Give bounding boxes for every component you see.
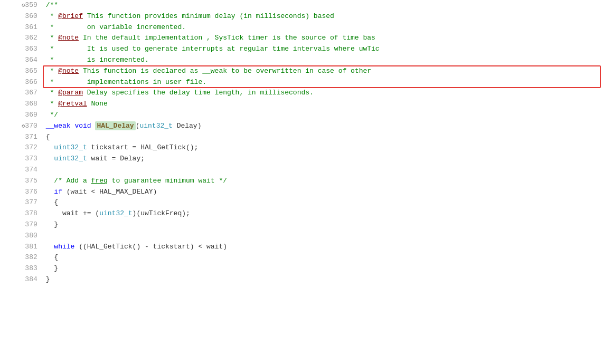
table-row: 381 while ((HAL_GetTick() - tickstart) <…: [0, 242, 603, 253]
line-code: wait += (uint32_t)(uwTickFreq);: [44, 208, 603, 219]
line-code: /* Add a freq to guarantee minimum wait …: [44, 176, 603, 187]
table-row: 380: [0, 231, 603, 242]
line-code: if (wait < HAL_MAX_DELAY): [44, 187, 603, 198]
line-code: * on variable incremented.: [44, 22, 603, 33]
table-row: 384}: [0, 274, 603, 285]
table-row: 367 * @param Delay specifies the delay t…: [0, 88, 603, 99]
line-number: 377: [0, 197, 44, 208]
line-code: uint32_t tickstart = HAL_GetTick();: [44, 142, 603, 154]
line-code: }: [44, 219, 603, 231]
table-row: 369 */: [0, 110, 603, 121]
line-code: * is incremented.: [44, 55, 603, 66]
line-code: while ((HAL_GetTick() - tickstart) < wai…: [44, 242, 603, 253]
line-number: 372: [0, 142, 44, 154]
line-number: 371: [0, 132, 44, 143]
table-row: 373 uint32_t wait = Delay;: [0, 154, 603, 165]
line-code: * @note This function is declared as __w…: [44, 66, 603, 77]
line-number: 362: [0, 33, 44, 44]
line-code: }: [44, 274, 603, 285]
table-row: 372 uint32_t tickstart = HAL_GetTick();: [0, 142, 603, 154]
line-code: * @note In the default implementation , …: [44, 33, 603, 44]
line-number: 373: [0, 154, 44, 165]
line-code: * It is used to generate interrupts at r…: [44, 44, 603, 55]
line-number: 376: [0, 187, 44, 198]
line-code: {: [44, 132, 603, 143]
line-number: 364: [0, 55, 44, 66]
table-row: 362 * @note In the default implementatio…: [0, 33, 603, 44]
table-row: 360 * @brief This function provides mini…: [0, 11, 603, 22]
line-code: {: [44, 197, 603, 208]
table-row: 378 wait += (uint32_t)(uwTickFreq);: [0, 208, 603, 219]
line-code: {: [44, 252, 603, 263]
table-row: 368 * @retval None: [0, 99, 603, 110]
table-row: 364 * is incremented.: [0, 55, 603, 66]
line-number: 378: [0, 208, 44, 219]
line-number: ⊖370: [0, 121, 44, 132]
line-number: 365: [0, 66, 44, 77]
line-number: 374: [0, 165, 44, 176]
line-number: 384: [0, 274, 44, 285]
table-row: 371{: [0, 132, 603, 143]
line-number: 375: [0, 176, 44, 187]
line-number: 361: [0, 22, 44, 33]
code-table: ⊖359/**360 * @brief This function provid…: [0, 0, 603, 285]
line-code: * implementations in user file.: [44, 77, 603, 88]
line-code: * @param Delay specifies the delay time …: [44, 88, 603, 99]
code-container: ⊖359/**360 * @brief This function provid…: [0, 0, 603, 364]
line-number: 380: [0, 231, 44, 242]
table-row: 365 * @note This function is declared as…: [0, 66, 603, 77]
line-number: 369: [0, 110, 44, 121]
line-code: * @brief This function provides minimum …: [44, 11, 603, 22]
table-row: 366 * implementations in user file.: [0, 77, 603, 88]
line-code: */: [44, 110, 603, 121]
line-number: 360: [0, 11, 44, 22]
line-number: 383: [0, 263, 44, 274]
line-number: 366: [0, 77, 44, 88]
line-number: 381: [0, 242, 44, 253]
table-row: 363 * It is used to generate interrupts …: [0, 44, 603, 55]
table-row: ⊖359/**: [0, 0, 603, 11]
table-row: 382 {: [0, 252, 603, 263]
line-code: [44, 165, 603, 176]
line-code: }: [44, 263, 603, 274]
line-number: 379: [0, 219, 44, 231]
collapse-btn[interactable]: ⊖: [22, 3, 25, 8]
line-code: uint32_t wait = Delay;: [44, 154, 603, 165]
line-number: 367: [0, 88, 44, 99]
table-row: 375 /* Add a freq to guarantee minimum w…: [0, 176, 603, 187]
line-code: /**: [44, 0, 603, 11]
table-row: 376 if (wait < HAL_MAX_DELAY): [0, 187, 603, 198]
line-number: ⊖359: [0, 0, 44, 11]
table-row: 374: [0, 165, 603, 176]
collapse-btn[interactable]: ⊖: [22, 123, 25, 129]
line-code: * @retval None: [44, 99, 603, 110]
line-number: 363: [0, 44, 44, 55]
table-row: 379 }: [0, 219, 603, 231]
table-row: 383 }: [0, 263, 603, 274]
line-number: 382: [0, 252, 44, 263]
line-code: [44, 231, 603, 242]
table-row: ⊖370__weak void HAL_Delay(uint32_t Delay…: [0, 121, 603, 132]
line-code: __weak void HAL_Delay(uint32_t Delay): [44, 121, 603, 132]
table-row: 361 * on variable incremented.: [0, 22, 603, 33]
line-number: 368: [0, 99, 44, 110]
table-row: 377 {: [0, 197, 603, 208]
